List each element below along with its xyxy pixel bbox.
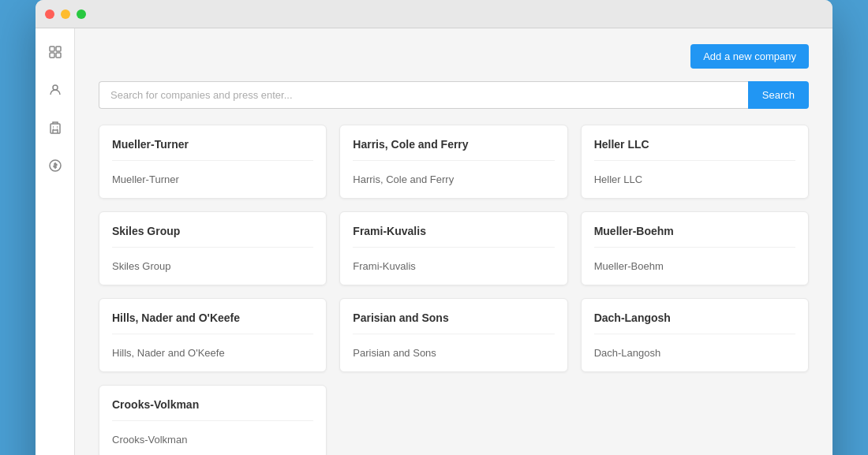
company-card-name: Heller LLC <box>594 138 795 161</box>
company-card-2[interactable]: Harris, Cole and Ferry Harris, Cole and … <box>339 125 567 199</box>
sidebar <box>36 28 75 455</box>
companies-grid: Mueller-Turner Mueller-Turner Harris, Co… <box>99 125 809 455</box>
company-card-5[interactable]: Frami-Kuvalis Frami-Kuvalis <box>339 211 567 285</box>
company-card-7[interactable]: Hills, Nader and O'Keefe Hills, Nader an… <box>99 298 327 372</box>
svg-rect-1 <box>56 47 61 51</box>
top-bar: Add a new company <box>99 44 809 69</box>
company-card-sub: Harris, Cole and Ferry <box>353 173 554 185</box>
company-card-name: Mueller-Boehm <box>594 225 795 248</box>
svg-point-4 <box>53 85 58 90</box>
company-card-sub: Frami-Kuvalis <box>353 260 554 272</box>
company-card-9[interactable]: Dach-Langosh Dach-Langosh <box>581 298 809 372</box>
close-button[interactable] <box>45 9 54 19</box>
app-body: Add a new company Search Mueller-Turner … <box>36 28 832 455</box>
company-card-sub: Crooks-Volkman <box>112 434 313 446</box>
company-card-sub: Hills, Nader and O'Keefe <box>112 347 313 359</box>
maximize-button[interactable] <box>77 9 86 19</box>
company-card-1[interactable]: Mueller-Turner Mueller-Turner <box>99 125 327 199</box>
svg-rect-2 <box>50 53 54 58</box>
company-card-name: Parisian and Sons <box>353 311 554 334</box>
company-card-sub: Heller LLC <box>594 173 795 185</box>
sidebar-icon-dollar[interactable] <box>44 155 66 177</box>
company-card-name: Mueller-Turner <box>112 138 313 161</box>
svg-rect-3 <box>56 53 61 58</box>
minimize-button[interactable] <box>61 9 70 19</box>
svg-rect-5 <box>51 124 60 133</box>
titlebar <box>36 0 832 28</box>
company-card-sub: Mueller-Turner <box>112 173 313 185</box>
company-card-name: Skiles Group <box>112 225 313 248</box>
search-bar: Search <box>99 81 809 109</box>
add-company-button[interactable]: Add a new company <box>690 44 809 69</box>
main-content: Add a new company Search Mueller-Turner … <box>75 28 832 455</box>
company-card-6[interactable]: Mueller-Boehm Mueller-Boehm <box>581 211 809 285</box>
company-card-name: Frami-Kuvalis <box>353 225 554 248</box>
company-card-sub: Dach-Langosh <box>594 347 795 359</box>
svg-rect-0 <box>50 47 54 51</box>
search-button[interactable]: Search <box>748 81 809 109</box>
sidebar-icon-users[interactable] <box>44 79 66 101</box>
company-card-sub: Parisian and Sons <box>353 347 554 359</box>
company-card-sub: Skiles Group <box>112 260 313 272</box>
company-card-sub: Mueller-Boehm <box>594 260 795 272</box>
company-card-3[interactable]: Heller LLC Heller LLC <box>581 125 809 199</box>
company-card-8[interactable]: Parisian and Sons Parisian and Sons <box>339 298 567 372</box>
sidebar-icon-building[interactable] <box>44 117 66 139</box>
company-card-name: Harris, Cole and Ferry <box>353 138 554 161</box>
company-card-10[interactable]: Crooks-Volkman Crooks-Volkman <box>99 385 327 455</box>
app-window: Add a new company Search Mueller-Turner … <box>36 0 832 455</box>
company-card-name: Crooks-Volkman <box>112 398 313 421</box>
sidebar-icon-grid[interactable] <box>44 41 66 63</box>
company-card-name: Hills, Nader and O'Keefe <box>112 311 313 334</box>
company-card-4[interactable]: Skiles Group Skiles Group <box>99 211 327 285</box>
search-input[interactable] <box>99 81 748 109</box>
company-card-name: Dach-Langosh <box>594 311 795 334</box>
